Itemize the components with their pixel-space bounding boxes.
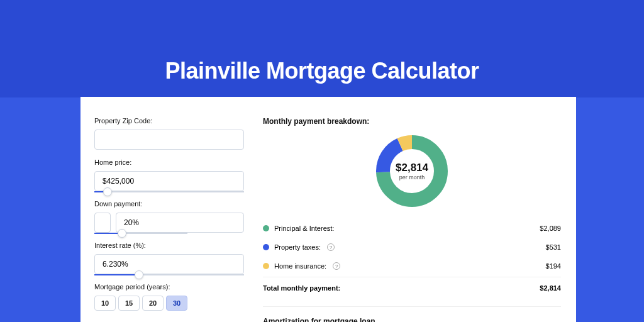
down-payment-slider[interactable]	[94, 233, 187, 234]
amortization-section: Amortization for mortgage loan Amortizat…	[263, 306, 561, 322]
form-panel: Property Zip Code: Home price: Down paym…	[80, 97, 258, 322]
dot-icon	[263, 244, 269, 250]
down-payment-amount-input[interactable]	[94, 213, 111, 233]
legend-total: Total monthly payment: $2,814	[263, 277, 561, 297]
down-payment-field: Down payment:	[94, 200, 244, 233]
legend-value: $2,089	[540, 225, 561, 232]
down-payment-percent-input[interactable]	[116, 213, 244, 233]
down-payment-label: Down payment:	[94, 200, 244, 208]
home-price-slider[interactable]	[94, 191, 244, 192]
results-panel: Monthly payment breakdown: $2,814 per mo…	[258, 97, 576, 322]
interest-rate-slider[interactable]	[94, 274, 244, 275]
legend-label: Principal & Interest:	[274, 225, 334, 232]
legend-label: Home insurance:	[274, 262, 326, 270]
legend-value: $194	[546, 262, 561, 270]
calculator-card: Property Zip Code: Home price: Down paym…	[80, 97, 576, 322]
home-price-field: Home price:	[94, 158, 244, 191]
dot-icon	[263, 225, 269, 231]
total-value: $2,814	[540, 284, 561, 292]
interest-rate-label: Interest rate (%):	[94, 242, 244, 249]
help-icon[interactable]: ?	[327, 243, 335, 251]
donut-amount: $2,814	[396, 162, 428, 174]
home-price-label: Home price:	[94, 158, 244, 166]
legend-label: Property taxes:	[274, 243, 321, 251]
period-field: Mortgage period (years): 10 15 20 30	[94, 283, 244, 311]
breakdown-heading: Monthly payment breakdown:	[263, 117, 561, 126]
period-option-30[interactable]: 30	[166, 296, 187, 311]
period-option-20[interactable]: 20	[142, 296, 164, 311]
donut-sub: per month	[396, 174, 428, 180]
page-title: Plainville Mortgage Calculator	[0, 0, 644, 84]
period-buttons: 10 15 20 30	[94, 296, 244, 311]
legend-taxes: Property taxes: ? $531	[263, 238, 561, 257]
legend-value: $531	[546, 243, 561, 251]
interest-rate-input[interactable]	[94, 254, 244, 274]
home-price-input[interactable]	[94, 171, 244, 191]
donut-chart-wrap: $2,814 per month	[263, 133, 561, 209]
zip-field: Property Zip Code:	[94, 117, 244, 150]
amortization-heading: Amortization for mortgage loan	[263, 317, 561, 322]
period-option-10[interactable]: 10	[94, 296, 116, 311]
legend-principal: Principal & Interest: $2,089	[263, 219, 561, 238]
period-option-15[interactable]: 15	[118, 296, 140, 311]
dot-icon	[263, 263, 269, 269]
interest-rate-field: Interest rate (%):	[94, 242, 244, 274]
legend-insurance: Home insurance: ? $194	[263, 257, 561, 275]
help-icon[interactable]: ?	[333, 262, 340, 270]
donut-chart: $2,814 per month	[374, 133, 450, 209]
zip-label: Property Zip Code:	[94, 117, 244, 125]
total-label: Total monthly payment:	[263, 284, 340, 292]
period-label: Mortgage period (years):	[94, 283, 244, 291]
zip-input[interactable]	[94, 130, 244, 150]
